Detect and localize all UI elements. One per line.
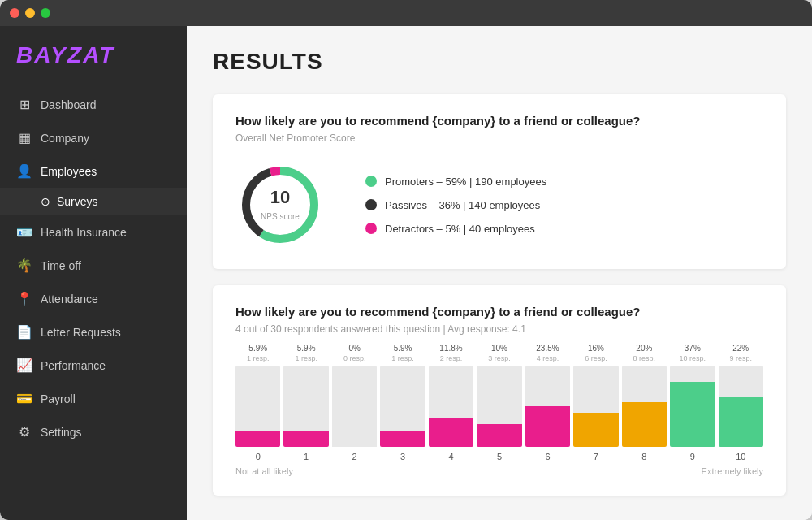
- bar-bottom: [429, 418, 473, 447]
- page-title: RESULTS: [213, 49, 786, 75]
- bar-pct: 22%: [732, 344, 749, 353]
- chart-footer-left: Not at all likely: [235, 466, 293, 476]
- bar-top: [622, 366, 667, 402]
- bar-top: [477, 366, 521, 424]
- bar-chart: 5.9%1 resp.05.9%1 resp.10%0 resp.25.9%1 …: [235, 348, 763, 462]
- donut-chart: 10 NPS score: [235, 160, 325, 249]
- sidebar-item-label: Payroll: [41, 392, 76, 405]
- bar-top: [283, 366, 328, 431]
- timeoff-icon: 🌴: [16, 258, 32, 273]
- payroll-icon: 💳: [16, 391, 32, 406]
- sidebar-item-label: Dashboard: [41, 98, 97, 111]
- nps-score: 10: [261, 187, 300, 208]
- app-window: BAYZAT ⊞ Dashboard ▦ Company 👤 Employees…: [0, 0, 812, 520]
- employees-icon: 👤: [16, 163, 32, 179]
- titlebar: [0, 0, 812, 26]
- sidebar-item-settings[interactable]: ⚙ Settings: [0, 415, 187, 448]
- bar-top: [525, 366, 570, 406]
- sidebar-subitem-label: Surveys: [57, 195, 98, 208]
- bar-label: 5: [497, 452, 502, 462]
- bar-label: 10: [736, 452, 745, 462]
- sidebar-item-performance[interactable]: 📈 Performance: [0, 349, 187, 382]
- bar-pct: 5.9%: [297, 344, 316, 353]
- bar-top: [670, 366, 715, 382]
- sidebar-item-label: Settings: [41, 426, 82, 439]
- bar-col-9: 37%10 resp.9: [670, 344, 715, 462]
- legend-promoters: Promoters – 59% | 190 employees: [365, 176, 546, 188]
- sidebar-item-label: Performance: [41, 359, 106, 372]
- bar-bottom: [525, 406, 570, 447]
- bar-bottom: [622, 402, 667, 447]
- bar-pct: 20%: [636, 344, 652, 353]
- bar-label: 7: [594, 452, 598, 462]
- bar-stack: [573, 366, 618, 447]
- detractors-dot: [365, 223, 377, 234]
- bar-stack: [477, 366, 521, 447]
- bar-col-2: 0%0 resp.2: [332, 344, 377, 462]
- dashboard-icon: ⊞: [16, 97, 32, 112]
- bar-resp: 1 resp.: [247, 354, 270, 362]
- chart-footer-right: Extremely likely: [702, 466, 763, 476]
- settings-icon: ⚙: [16, 424, 32, 440]
- bar-col-5: 10%3 resp.5: [477, 344, 521, 462]
- detractors-label: Detractors – 5% | 40 employees: [385, 223, 535, 235]
- card1-question: How likely are you to recommend {company…: [235, 114, 763, 128]
- bar-bottom: [719, 396, 763, 447]
- sidebar-item-dashboard[interactable]: ⊞ Dashboard: [0, 88, 187, 121]
- bar-bottom: [235, 431, 280, 447]
- bar-resp: 2 resp.: [440, 354, 463, 362]
- bar-pct: 5.9%: [394, 344, 412, 353]
- bar-label: 0: [256, 452, 261, 462]
- bar-label: 8: [641, 452, 646, 462]
- bar-stack: [525, 366, 570, 447]
- legend-passives: Passives – 36% | 140 employees: [365, 199, 546, 211]
- card1-sub: Overall Net Promoter Score: [235, 132, 763, 144]
- bar-resp: 0 resp.: [343, 354, 366, 362]
- performance-icon: 📈: [16, 358, 32, 373]
- sidebar-subitem-surveys[interactable]: ⊙ Surveys: [0, 188, 187, 215]
- attendance-icon: 📍: [16, 291, 32, 306]
- bar-pct: 37%: [685, 344, 701, 353]
- bar-label: 1: [304, 452, 309, 462]
- bar-stack: [670, 366, 715, 447]
- bar-col-0: 5.9%1 resp.0: [235, 344, 280, 462]
- logo: BAYZAT: [0, 42, 187, 88]
- nps-section: 10 NPS score Promoters – 59% | 190 emplo…: [235, 160, 763, 249]
- bar-chart-card: How likely are you to recommend {company…: [213, 285, 786, 496]
- bar-pct: 5.9%: [248, 344, 267, 353]
- bar-pct: 23.5%: [536, 344, 559, 353]
- sidebar-item-label: Company: [41, 132, 89, 145]
- passives-label: Passives – 36% | 140 employees: [385, 199, 540, 211]
- expand-dot[interactable]: [41, 8, 50, 18]
- bar-bottom: [573, 413, 618, 447]
- bar-label: 2: [352, 452, 357, 462]
- bar-col-7: 16%6 resp.7: [573, 344, 618, 462]
- sidebar-item-payroll[interactable]: 💳 Payroll: [0, 382, 187, 415]
- sidebar-item-employees[interactable]: 👤 Employees: [0, 154, 187, 188]
- sidebar-item-label: Attendance: [41, 292, 98, 306]
- sidebar-item-health-insurance[interactable]: 🪪 Health Insurance: [0, 215, 187, 249]
- sidebar-item-letter-requests[interactable]: 📄 Letter Requests: [0, 315, 187, 349]
- bar-top: [573, 366, 618, 413]
- promoters-label: Promoters – 59% | 190 employees: [385, 176, 546, 188]
- chart-footer: Not at all likely Extremely likely: [235, 466, 763, 476]
- sidebar-item-time-off[interactable]: 🌴 Time off: [0, 249, 187, 282]
- minimize-dot[interactable]: [25, 8, 35, 18]
- bar-bottom: [283, 431, 328, 447]
- bar-col-1: 5.9%1 resp.1: [283, 344, 328, 462]
- bar-stack: [380, 366, 425, 447]
- letter-icon: 📄: [16, 324, 32, 340]
- bar-pct: 0%: [348, 344, 360, 353]
- app-body: BAYZAT ⊞ Dashboard ▦ Company 👤 Employees…: [0, 26, 812, 520]
- bar-stack: [283, 366, 328, 447]
- bar-resp: 9 resp.: [730, 354, 753, 362]
- bar-bottom: [380, 431, 425, 447]
- sidebar-item-company[interactable]: ▦ Company: [0, 121, 187, 154]
- sidebar-item-label: Time off: [41, 259, 81, 272]
- sidebar-item-attendance[interactable]: 📍 Attendance: [0, 282, 187, 315]
- bar-resp: 3 resp.: [488, 354, 511, 362]
- bar-top: [380, 366, 425, 431]
- sidebar-item-label: Letter Requests: [41, 326, 121, 339]
- bar-col-6: 23.5%4 resp.6: [525, 344, 570, 462]
- close-dot[interactable]: [10, 8, 19, 18]
